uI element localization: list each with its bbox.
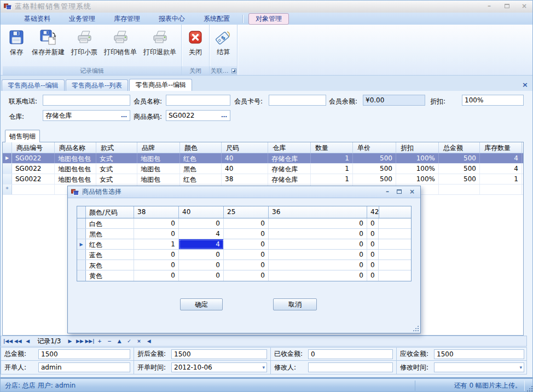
quantity-cell[interactable]: 0	[224, 250, 269, 260]
dialog-grid-row[interactable]: 白色00000	[77, 218, 411, 229]
ribbon-tab-basic-data[interactable]: 基础资料	[17, 13, 57, 25]
grid-cell[interactable]: 100%	[396, 174, 439, 184]
quantity-cell[interactable]: 0	[134, 270, 179, 281]
quantity-cell[interactable]: 1	[134, 239, 179, 249]
dialog-maximize-button[interactable]	[397, 188, 402, 195]
print-sale-button[interactable]: 打印销售单	[101, 27, 140, 58]
grid-column-header[interactable]: 折扣	[396, 142, 439, 153]
grid-cell[interactable]: 500	[439, 174, 480, 184]
quantity-cell[interactable]: 0	[179, 270, 224, 281]
phone-input[interactable]	[43, 95, 130, 106]
quantity-cell[interactable]: 0	[179, 260, 224, 270]
discount-input[interactable]	[462, 95, 524, 106]
grid-cell[interactable]: 40	[222, 164, 268, 174]
grid-cell[interactable]: 500	[353, 164, 396, 174]
dialog-resize-grip[interactable]	[413, 325, 419, 331]
grid-cell[interactable]: 黑色	[180, 164, 222, 174]
grid-cell[interactable]: 40	[222, 153, 268, 163]
nav-prev-button[interactable]: ◀	[23, 337, 32, 345]
grid-cell[interactable]: 500	[439, 153, 480, 163]
dialog-grid-column-header[interactable]: 40	[179, 206, 224, 218]
create-time-input[interactable]: 2012-10-06▾	[171, 362, 267, 372]
quantity-cell[interactable]: 0	[224, 270, 269, 281]
grid-cell[interactable]: 地图包	[137, 174, 180, 184]
nav-prev-page-button[interactable]: ◀◀	[13, 337, 22, 345]
grid-column-header[interactable]: 商品名称	[55, 142, 96, 153]
dialog-grid-row[interactable]: 黄色00000	[77, 270, 411, 281]
dropdown-arrow-icon[interactable]: ▾	[519, 365, 522, 370]
receivable-amount-input[interactable]: 1500	[434, 349, 524, 359]
dialog-grid-column-header[interactable]: 颜色/尺码	[86, 206, 134, 218]
print-refund-button[interactable]: 打印退款单	[140, 27, 179, 58]
dialog-launcher-icon[interactable]	[231, 68, 236, 73]
warehouse-input[interactable]	[43, 110, 130, 121]
doc-tab-retail-edit-2[interactable]: 零售商品单--编辑	[129, 79, 192, 91]
doc-tab-retail-list[interactable]: 零售商品单--列表	[66, 79, 129, 91]
quantity-cell[interactable]: 0	[179, 250, 224, 260]
quantity-cell[interactable]: 0	[367, 218, 379, 228]
quantity-cell[interactable]: 0	[224, 229, 269, 239]
dialog-grid-row[interactable]: 灰色00000	[77, 260, 411, 270]
grid-cell[interactable]: 38	[222, 174, 268, 184]
warehouse-lookup-button[interactable]: …	[121, 112, 128, 119]
modifier-input[interactable]	[308, 362, 393, 372]
grid-cell[interactable]: 1	[311, 174, 353, 184]
nav-last-button[interactable]: ▶▶|	[85, 337, 94, 345]
quantity-cell[interactable]: 0	[367, 229, 379, 239]
close-button[interactable]: 关闭	[183, 27, 207, 58]
quantity-cell[interactable]: 0	[269, 229, 367, 239]
save-button[interactable]: 保存	[4, 27, 28, 58]
quantity-cell[interactable]: 0	[134, 229, 179, 239]
dialog-minimize-button[interactable]: –	[386, 188, 389, 195]
ribbon-tab-inventory[interactable]: 库存管理	[107, 13, 147, 25]
nav-next-button[interactable]: ▶	[65, 337, 74, 345]
grid-cell[interactable]: 女式	[96, 164, 137, 174]
dialog-grid-row[interactable]: 蓝色00000	[77, 250, 411, 260]
quantity-cell[interactable]: 4	[179, 229, 224, 239]
quantity-cell[interactable]: 0	[134, 250, 179, 260]
close-button[interactable]: ×	[519, 2, 529, 10]
color-label-cell[interactable]: 灰色	[86, 260, 134, 270]
quantity-cell[interactable]: 0	[269, 250, 367, 260]
color-label-cell[interactable]: 黄色	[86, 270, 134, 281]
window-resize-grip[interactable]	[526, 385, 532, 391]
nav-edit-button[interactable]: ▲	[115, 337, 124, 345]
color-label-cell[interactable]: 白色	[86, 218, 134, 228]
grid-cell[interactable]: 地图包包包	[55, 164, 96, 174]
quantity-cell[interactable]: 0	[269, 270, 367, 281]
member-card-input[interactable]	[269, 95, 326, 106]
received-amount-input[interactable]: 0	[308, 349, 393, 359]
maximize-button[interactable]	[502, 2, 512, 10]
grid-cell[interactable]: 1	[311, 153, 353, 163]
grid-column-header[interactable]: 数量	[311, 142, 353, 153]
quantity-cell[interactable]: 0	[134, 218, 179, 228]
nav-next-page-button[interactable]: ▶▶	[75, 337, 84, 345]
quantity-cell[interactable]: 0	[269, 239, 367, 249]
grid-cell[interactable]: 红色	[180, 153, 222, 163]
ribbon-tab-business[interactable]: 业务管理	[62, 13, 102, 25]
creator-input[interactable]: admin	[38, 362, 130, 372]
minimize-button[interactable]: –	[484, 2, 494, 10]
dialog-grid-row[interactable]: 黑色04000	[77, 229, 411, 239]
grid-cell[interactable]: 500	[439, 164, 480, 174]
quantity-cell[interactable]: 0	[269, 218, 367, 228]
nav-cancel-edit-button[interactable]: ×	[135, 337, 144, 345]
grid-cell[interactable]: 地图包	[137, 164, 180, 174]
dialog-titlebar[interactable]: 商品销售选择 – ×	[68, 186, 420, 198]
quantity-cell[interactable]: 0	[224, 239, 269, 249]
nav-end-edit-button[interactable]: ✓	[125, 337, 134, 345]
nav-delete-button[interactable]: −	[105, 337, 114, 345]
quantity-cell[interactable]: 0	[224, 260, 269, 270]
quantity-cell[interactable]: 0	[179, 218, 224, 228]
ribbon-tab-reports[interactable]: 报表中心	[152, 13, 192, 25]
grid-cell[interactable]: 存储仓库	[268, 153, 311, 163]
grid-column-header[interactable]: 颜色	[180, 142, 222, 153]
grid-cell[interactable]	[439, 185, 480, 194]
total-amount-input[interactable]: 1500	[38, 349, 130, 359]
grid-cell[interactable]: 地图包	[137, 153, 180, 163]
quantity-cell[interactable]: 0	[367, 250, 379, 260]
grid-row[interactable]: SG0022地图包包包女式地图包黑色40存储仓库1500100%5004	[3, 164, 523, 174]
grid-cell[interactable]: 500	[353, 153, 396, 163]
ok-button[interactable]: 确定	[180, 298, 223, 310]
grid-cell[interactable]: 存储仓库	[268, 174, 311, 184]
